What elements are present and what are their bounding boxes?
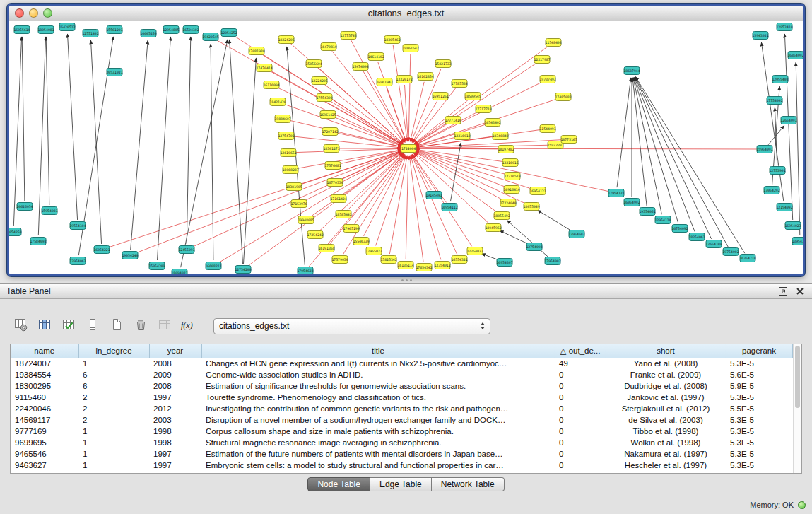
graph-node[interactable]: 18197482: [498, 146, 514, 153]
graph-node[interactable]: 15054209: [148, 262, 165, 270]
graph-node[interactable]: 16608211: [205, 262, 221, 270]
tab-edge-table[interactable]: Edge Table: [370, 477, 432, 491]
show-rows-button[interactable]: [83, 316, 102, 336]
table-row[interactable]: 911546021997Tourette syndrome. Phenomeno…: [11, 392, 792, 403]
graph-node[interactable]: 19861542: [402, 45, 418, 52]
graph-node[interactable]: 12754702: [278, 132, 294, 140]
graph-node[interactable]: 18585442: [335, 211, 351, 218]
graph-node[interactable]: 19754002: [722, 248, 739, 256]
import-table-button[interactable]: [11, 316, 30, 336]
column-header-in_degree[interactable]: in_degree: [78, 344, 149, 358]
table-row[interactable]: 977716911998Corpus callosum shape and si…: [11, 426, 792, 437]
graph-node[interactable]: 16754092: [671, 225, 688, 233]
network-window-titlebar[interactable]: citations_edges.txt: [9, 6, 803, 21]
graph-node[interactable]: 16954307: [496, 259, 512, 267]
graph-node[interactable]: 13220172: [396, 76, 412, 83]
graph-node[interactable]: 12551402: [82, 30, 98, 37]
graph-node[interactable]: 17954623: [297, 267, 313, 274]
graph-node[interactable]: 16504102: [182, 26, 199, 34]
graph-node[interactable]: 17207142: [322, 128, 338, 136]
graph-node[interactable]: 17576681: [324, 162, 341, 170]
graph-node[interactable]: 12954805: [163, 26, 179, 34]
graph-node[interactable]: 17153976: [290, 200, 307, 208]
graph-node[interactable]: 19420545: [202, 33, 218, 41]
column-header-pagerank[interactable]: pagerank: [726, 344, 792, 358]
graph-node[interactable]: 12954603: [568, 230, 584, 238]
graph-node[interactable]: 18094021: [171, 269, 187, 274]
column-header-year[interactable]: year: [149, 344, 201, 358]
table-scrollbar[interactable]: [793, 344, 802, 473]
zoom-window-button[interactable]: [43, 8, 52, 18]
graph-node[interactable]: 17579030: [331, 256, 348, 264]
graph-node[interactable]: 12055408: [772, 76, 788, 83]
graph-node[interactable]: 17754023: [466, 247, 483, 255]
graph-node[interactable]: 16470810: [320, 43, 336, 51]
graph-node[interactable]: 16116094: [263, 81, 279, 89]
graph-node[interactable]: 17771410: [445, 117, 461, 124]
graph-node[interactable]: 17254242: [307, 231, 323, 239]
graph-node[interactable]: 16954023: [784, 222, 801, 230]
graph-node[interactable]: 19884607: [274, 115, 290, 123]
graph-node[interactable]: 16420512: [59, 23, 75, 31]
table-row[interactable]: 969969511998Structural magnetic resonanc…: [11, 437, 792, 448]
graph-node[interactable]: 12654091: [780, 117, 796, 124]
network-canvas[interactable]: 1724004170819801747041416116094184214201…: [9, 21, 803, 274]
graph-node[interactable]: 15474094: [352, 63, 368, 71]
graph-node[interactable]: 17965199: [343, 225, 359, 233]
close-panel-icon[interactable]: [794, 286, 806, 297]
minimize-window-button[interactable]: [29, 8, 38, 18]
graph-node[interactable]: 18055049: [523, 203, 539, 211]
graph-node[interactable]: 16055610: [13, 26, 30, 34]
graph-node[interactable]: 18055492: [493, 212, 510, 220]
graph-node[interactable]: 16854092: [787, 52, 803, 59]
graph-node[interactable]: 17785534: [451, 80, 467, 88]
graph-node[interactable]: 18687944: [623, 67, 640, 75]
graph-node[interactable]: 20531021: [106, 69, 122, 76]
graph-node[interactable]: 18224206: [278, 36, 294, 44]
graph-node[interactable]: 17054292: [763, 187, 779, 194]
show-columns-button[interactable]: [35, 316, 54, 336]
graph-node[interactable]: 16135114: [397, 262, 413, 269]
graph-node[interactable]: 17584092: [30, 238, 46, 245]
graph-node[interactable]: 18305462: [384, 36, 400, 44]
graph-node[interactable]: 11548408: [545, 39, 561, 47]
graph-node[interactable]: 17654342: [416, 264, 432, 271]
graph-node[interactable]: 17965023: [365, 247, 382, 255]
graph-node[interactable]: 18945962: [485, 224, 501, 232]
graph-node[interactable]: 12610651: [280, 149, 296, 157]
graph-node[interactable]: 15056604: [305, 60, 322, 68]
graph-node[interactable]: 17754092: [766, 97, 782, 105]
scrollbar-thumb[interactable]: [795, 346, 801, 408]
graph-node[interactable]: 19354061: [639, 208, 655, 216]
graph-node[interactable]: 19948085: [298, 216, 314, 224]
table-row[interactable]: 1872400712008Changes of HCN gene express…: [11, 358, 792, 369]
graph-node[interactable]: 16770330: [326, 179, 343, 187]
table-row[interactable]: 946554611997Estimation of the future num…: [11, 448, 792, 460]
graph-node[interactable]: 15943021: [752, 32, 768, 40]
table-row[interactable]: 1830029562008Estimation of significance …: [11, 380, 792, 392]
graph-node[interactable]: 19554104: [69, 222, 86, 230]
graph-node[interactable]: 12953410: [776, 23, 792, 31]
graph-node[interactable]: 12954062: [69, 257, 86, 265]
graph-node[interactable]: 18421420: [269, 98, 286, 106]
graph-node[interactable]: 17554300: [316, 94, 332, 102]
graph-node[interactable]: 16916410: [503, 186, 519, 194]
graph-node[interactable]: 17717710: [475, 105, 491, 113]
graph-node[interactable]: 17161424: [330, 195, 346, 203]
graph-node[interactable]: 18301271: [323, 145, 339, 153]
graph-node[interactable]: 12954110: [654, 216, 671, 224]
table-row[interactable]: 1456911722003Disruption of a novel membe…: [11, 414, 792, 426]
graph-node[interactable]: 18254061: [688, 233, 705, 241]
graph-node[interactable]: 18775165: [560, 136, 577, 144]
graph-node[interactable]: 12217987: [534, 56, 550, 64]
graph-node[interactable]: 15546339: [353, 238, 369, 245]
tab-node-table[interactable]: Node Table: [307, 477, 370, 491]
graph-node[interactable]: 12054252: [220, 29, 237, 37]
table-row[interactable]: 1938455462009Genome-wide association stu…: [11, 369, 792, 380]
graph-node[interactable]: 17224040: [500, 199, 516, 207]
import-disabled-button[interactable]: [155, 316, 174, 336]
graph-node[interactable]: 16554321: [451, 256, 467, 264]
graph-node[interactable]: 13954104: [792, 238, 803, 245]
graph-node[interactable]: 12154092: [776, 204, 792, 211]
graph-node[interactable]: 12216510: [504, 173, 520, 180]
